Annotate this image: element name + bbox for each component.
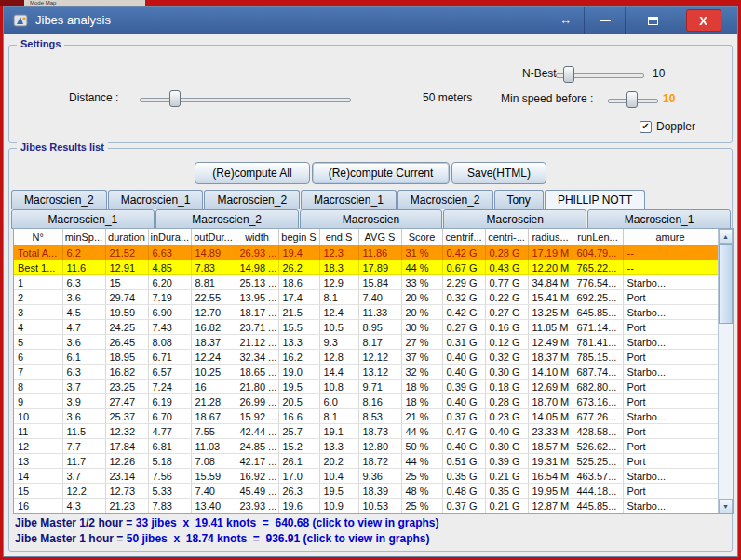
tab-0-2-macroscien-2[interactable]: Macroscien_2 [204,190,300,209]
table-cell[interactable]: 22.55 [191,290,236,305]
table-cell[interactable]: 20 % [401,290,442,305]
table-cell[interactable]: 0.31 G [442,335,485,350]
table-cell[interactable]: 13.95 ... [236,290,278,305]
table-cell[interactable]: 7.40 [191,484,236,499]
table-cell[interactable]: 26.1 [278,454,319,469]
table-cell[interactable]: Port [623,320,718,335]
table-cell[interactable]: 0.16 G [485,320,528,335]
table-cell[interactable]: 27 % [401,335,442,350]
table-cell[interactable]: 16.6 [278,409,319,424]
table-cell[interactable]: 0.18 G [485,380,528,394]
table-cell[interactable]: 23.93 ... [236,499,278,513]
table-cell[interactable]: Best 1... [14,260,62,275]
table-cell[interactable]: 12.91 [105,260,148,275]
table-cell[interactable]: 23.25 [105,380,148,394]
table-cell[interactable]: 6.70 [148,409,191,424]
table-cell[interactable]: 13.12 [358,365,401,380]
table-cell[interactable]: 25.37 [105,409,148,424]
table-cell[interactable]: 17.4 [278,290,319,305]
scroll-down-button[interactable]: ▼ [719,499,733,513]
table-cell[interactable]: 6.63 [148,246,191,260]
table-cell[interactable]: 0.27 G [485,305,528,320]
table-cell[interactable]: 7.83 [191,260,236,275]
table-cell[interactable]: 15.41 M [528,290,573,305]
table-cell[interactable]: 18.67 [191,409,236,424]
table-cell[interactable]: 25 % [401,469,442,484]
table-cell[interactable]: 5.18 [148,454,191,469]
table-cell[interactable]: 8.17 [358,335,401,350]
tab-1-4-macroscien-1[interactable]: Macroscien_1 [587,209,731,229]
table-row[interactable]: 66.118.956.7112.2432.34 ...16.212.812.12… [14,350,718,365]
table-cell[interactable]: 10.9 [319,499,358,513]
table-cell[interactable]: 8.08 [148,335,191,350]
table-row[interactable]: 103.625.376.7018.6715.92 ...16.68.18.532… [14,409,718,424]
table-cell[interactable]: 42.44 ... [236,424,278,439]
table-cell[interactable]: 16 [14,499,62,513]
table-cell[interactable]: 11.03 [191,439,236,454]
table-cell[interactable]: 24.85 ... [236,439,278,454]
scrollbar-thumb[interactable] [719,244,733,324]
table-cell[interactable]: 10.4 [319,469,358,484]
table-cell[interactable]: 11.85 M [528,320,573,335]
recompute-all-button[interactable]: (Re)compute All [195,162,310,184]
vertical-scrollbar[interactable]: ▲ ▼ [718,229,733,513]
table-cell[interactable]: 4.3 [62,499,105,513]
table-cell[interactable]: 14.89 [191,246,236,260]
table-cell[interactable]: 12.49 M [528,335,573,350]
table-cell[interactable]: 15.84 [358,275,401,290]
table-cell[interactable]: 12.9 [319,275,358,290]
minimize-button[interactable] [584,7,625,34]
tab-1-3-macroscien[interactable]: Macroscien [443,209,586,229]
tab-1-1-macroscien-2[interactable]: Macroscien_2 [155,209,299,229]
table-cell[interactable]: 0.39 G [442,380,485,394]
table-cell[interactable]: 8.95 [358,320,401,335]
table-cell[interactable]: 6.20 [148,275,191,290]
table-cell[interactable]: 18.6 [278,275,319,290]
table-cell[interactable]: 8.1 [319,409,358,424]
table-cell[interactable]: 12.12 [358,350,401,365]
column-header[interactable]: N° [14,229,62,246]
table-cell[interactable]: 3.7 [62,380,105,394]
recompute-current-button[interactable]: (Re)compute Current [312,162,450,184]
tab-0-1-macroscien-1[interactable]: Macroscien_1 [108,190,204,209]
table-cell[interactable]: 645.85... [573,305,623,320]
table-cell[interactable]: Port [623,380,718,394]
table-cell[interactable]: 19.1 [319,424,358,439]
table-row[interactable]: 143.723.147.5615.5916.92 ...17.010.49.36… [14,469,718,484]
table-cell[interactable]: 18.3 [319,260,358,275]
table-cell[interactable]: 526.62... [573,439,623,454]
table-cell[interactable]: 16.92 ... [236,469,278,484]
table-row[interactable]: 53.626.458.0818.3721.12 ...13.39.38.1727… [14,335,718,350]
table-cell[interactable]: 17.89 [358,260,401,275]
table-cell[interactable]: 13.40 [191,499,236,513]
table-cell[interactable]: 15.59 [191,469,236,484]
table-cell[interactable]: 20.2 [319,454,358,469]
table-cell[interactable]: 0.35 G [442,469,485,484]
table-cell[interactable]: 12.87 M [528,499,573,513]
table-cell[interactable]: 18.65 ... [236,365,278,380]
table-cell[interactable]: 6.0 [319,394,358,409]
table-cell[interactable]: 0.40 G [442,439,485,454]
table-cell[interactable]: 7.08 [191,454,236,469]
table-cell[interactable]: 21.23 [105,499,148,513]
table-cell[interactable]: 0.30 G [485,365,528,380]
table-cell[interactable]: 19.5 [278,380,319,394]
table-cell[interactable]: 15 [14,484,62,499]
table-cell[interactable]: 29.74 [105,290,148,305]
table-cell[interactable]: 0.32 G [485,350,528,365]
table-cell[interactable]: 44 % [401,260,442,275]
min-speed-slider-thumb[interactable] [626,91,638,108]
close-button[interactable]: X [680,7,726,34]
table-cell[interactable]: 7.24 [148,380,191,394]
table-cell[interactable]: 12.73 [105,484,148,499]
table-cell[interactable]: 15.5 [278,320,319,335]
table-cell[interactable]: 445.85... [573,499,623,513]
table-cell[interactable]: 0.23 G [485,409,528,424]
table-cell[interactable]: 3.6 [62,290,105,305]
table-cell[interactable]: 444.18... [573,484,623,499]
table-row[interactable]: 16.3156.208.8125.13 ...18.612.915.8433 %… [14,275,718,290]
table-cell[interactable]: 0.28 G [485,394,528,409]
maximize-button[interactable] [625,7,680,34]
table-cell[interactable]: 4 [14,320,62,335]
table-cell[interactable]: 9.71 [358,380,401,394]
